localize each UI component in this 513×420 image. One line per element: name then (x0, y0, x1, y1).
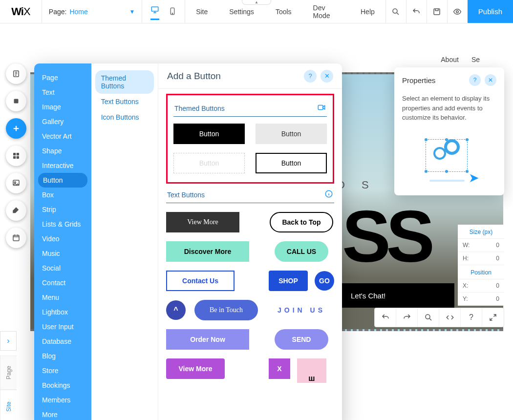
search-button[interactable] (418, 308, 439, 327)
rail-apps-icon[interactable] (6, 146, 26, 166)
publish-button[interactable]: Publish (468, 0, 513, 23)
rail-pages-icon[interactable] (6, 63, 26, 84)
rail-blog-icon[interactable] (6, 200, 26, 221)
cat-music[interactable]: Music (34, 246, 91, 261)
cat-strip[interactable]: Strip (34, 202, 91, 217)
cat-contact[interactable]: Contact (34, 275, 91, 290)
cat-members[interactable]: Members (34, 393, 91, 407)
desktop-icon[interactable] (150, 5, 159, 20)
cat-database[interactable]: Database (34, 334, 91, 349)
sample-contact-us[interactable]: Contact Us (166, 271, 235, 291)
cat-menu[interactable]: Menu (34, 290, 91, 305)
x-value[interactable]: 0 (496, 282, 499, 289)
h-value[interactable]: 0 (496, 255, 499, 262)
cat-blog[interactable]: Blog (34, 349, 91, 363)
subcat-themed-buttons[interactable]: Themed Buttons (95, 70, 154, 94)
menu-site[interactable]: Site (185, 0, 218, 23)
sample-send[interactable]: SEND (275, 329, 328, 350)
cat-user-input[interactable]: User Input (34, 319, 91, 334)
search-icon[interactable] (385, 0, 406, 23)
cat-button[interactable]: Button (38, 173, 87, 188)
sample-order-now[interactable]: Order Now (166, 329, 249, 350)
video-help-icon[interactable] (317, 103, 326, 113)
help-icon[interactable]: ? (304, 70, 317, 83)
sample-be-in-touch[interactable]: Be in Touch (194, 300, 258, 320)
rail-bookings-icon[interactable] (6, 228, 26, 248)
sidetab-site[interactable]: Site (0, 390, 17, 420)
undo-icon[interactable] (406, 0, 427, 23)
sample-button-outline[interactable]: Button (256, 153, 327, 173)
properties-help-icon[interactable]: ? (469, 74, 481, 86)
info-icon[interactable] (324, 189, 333, 200)
nav-about[interactable]: About (441, 56, 459, 63)
cat-social[interactable]: Social (34, 261, 91, 275)
cat-lightbox[interactable]: Lightbox (34, 305, 91, 319)
sample-call-us[interactable]: CALL US (275, 241, 328, 262)
menu-dev-mode[interactable]: Dev Mode (302, 0, 350, 23)
sample-pink[interactable]: ш (297, 358, 326, 383)
cat-interactive[interactable]: Interactive (34, 158, 91, 173)
help-button[interactable]: ? (461, 308, 482, 327)
svg-rect-15 (318, 105, 323, 110)
sample-view-more[interactable]: View More (166, 212, 239, 232)
mobile-icon[interactable] (168, 7, 177, 20)
sample-button-dashed[interactable]: Button (173, 153, 245, 173)
svg-rect-0 (151, 7, 158, 11)
properties-close-icon[interactable]: ✕ (485, 74, 496, 86)
menu-tools[interactable]: Tools (265, 0, 302, 23)
subcat-text-buttons[interactable]: Text Buttons (95, 94, 154, 109)
chat-widget[interactable]: Let's Chat! (342, 283, 454, 308)
expand-button[interactable] (482, 308, 504, 327)
sample-button-black[interactable]: Button (173, 124, 245, 144)
sample-discover-more[interactable]: Discover More (166, 241, 249, 262)
svg-point-17 (426, 315, 430, 319)
cat-store[interactable]: Store (34, 363, 91, 378)
sample-join-us[interactable]: JOIN US (269, 300, 334, 320)
svg-rect-10 (13, 156, 16, 159)
sample-x[interactable]: X (269, 358, 290, 379)
page-selector[interactable]: Page: Home ▼ (42, 0, 143, 23)
cat-page[interactable]: Page (34, 70, 91, 85)
code-button[interactable] (439, 308, 461, 327)
section-text-title: Text Buttons (167, 191, 205, 199)
rail-media-icon[interactable] (6, 173, 26, 193)
undo-button[interactable] (375, 308, 396, 327)
cat-more[interactable]: More (34, 407, 91, 420)
cat-bookings[interactable]: Bookings (34, 378, 91, 393)
sidetab-page[interactable]: Page (0, 356, 17, 390)
rail-background-icon[interactable] (6, 91, 26, 111)
nav-se[interactable]: Se (471, 56, 480, 63)
svg-point-2 (172, 13, 173, 14)
close-icon[interactable]: ✕ (321, 70, 333, 83)
topbar-handle-icon[interactable]: ▲ (242, 0, 271, 5)
bottom-toolbar: ? (374, 308, 504, 327)
sample-shop[interactable]: SHOP (269, 271, 308, 291)
menu-help[interactable]: Help (350, 0, 385, 23)
cat-shape[interactable]: Shape (34, 144, 91, 158)
cat-image[interactable]: Image (34, 100, 91, 114)
subcat-icon-buttons[interactable]: Icon Buttons (95, 109, 154, 125)
cat-gallery[interactable]: Gallery (34, 114, 91, 129)
w-value[interactable]: 0 (496, 242, 499, 249)
sample-back-to-top[interactable]: Back to Top (270, 212, 333, 232)
add-category-list: Page Text Image Gallery Vector Art Shape… (34, 63, 91, 420)
sample-view-more-2[interactable]: View More (166, 358, 225, 379)
cat-vector-art[interactable]: Vector Art (34, 129, 91, 144)
chevron-down-icon: ▼ (129, 8, 135, 15)
cat-video[interactable]: Video (34, 231, 91, 246)
cat-box[interactable]: Box (34, 188, 91, 202)
save-icon[interactable] (427, 0, 447, 23)
redo-button[interactable] (396, 308, 418, 327)
page-label: Page: (49, 8, 67, 16)
sample-go[interactable]: GO (315, 271, 334, 291)
h-label: H: (463, 255, 469, 262)
svg-rect-11 (17, 156, 19, 159)
cat-text[interactable]: Text (34, 85, 91, 100)
preview-icon[interactable] (447, 0, 468, 23)
rail-add-icon[interactable] (6, 118, 26, 139)
collapse-left-button[interactable]: › (0, 331, 17, 351)
sample-caret-up[interactable]: ^ (166, 300, 186, 320)
cat-lists-grids[interactable]: Lists & Grids (34, 217, 91, 231)
sample-button-grey[interactable]: Button (256, 124, 327, 144)
y-value[interactable]: 0 (496, 295, 499, 302)
